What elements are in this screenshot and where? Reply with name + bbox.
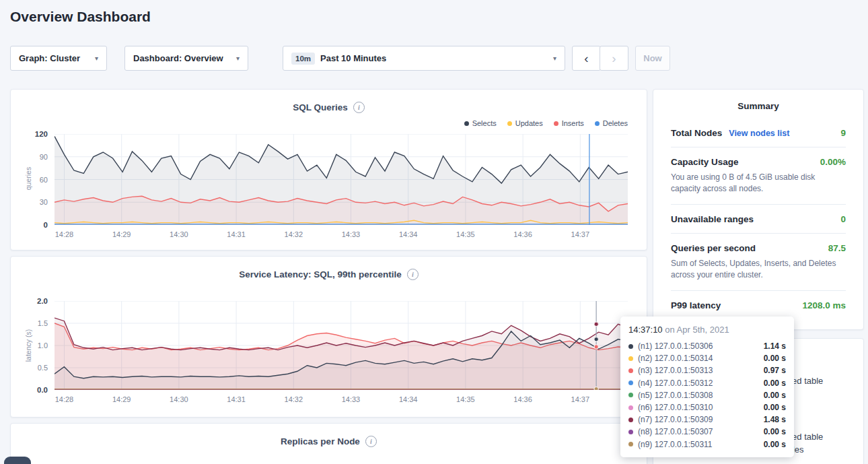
summary-panel: Summary Total NodesView nodes list9Capac… <box>653 89 864 330</box>
chart-title-row: Replicas per Node i <box>11 436 647 447</box>
series-dot-icon <box>595 121 600 126</box>
x-tick-label: 14:29 <box>107 230 137 238</box>
series-dot-icon <box>628 405 633 410</box>
y-tick-label: 60 <box>11 176 48 184</box>
dashboard-value: Overview <box>184 53 223 63</box>
graph-dropdown[interactable]: Graph: Cluster ▾ <box>10 46 107 71</box>
tooltip-node-label: (n3) 127.0.0.1:50313 <box>638 366 713 375</box>
tooltip-node-value: 1.14 s <box>764 341 786 351</box>
info-icon[interactable]: i <box>353 102 365 113</box>
x-tick-label: 14:36 <box>508 395 538 403</box>
summary-label: Capacity Usage <box>671 157 739 167</box>
y-tick-label: 1.0 <box>11 341 48 350</box>
summary-value: 87.5 <box>828 243 846 253</box>
series-dot-icon <box>628 418 633 422</box>
tooltip-node-value: 0.97 s <box>764 366 786 375</box>
time-range-dropdown[interactable]: 10m Past 10 Minutes ▾ <box>283 46 565 71</box>
summary-subtext: You are using 0 B of 4.5 GiB usable disk… <box>671 172 846 195</box>
x-tick-label: 14:37 <box>565 230 595 238</box>
legend-item[interactable]: Inserts <box>554 119 584 127</box>
tooltip-row: (n3) 127.0.0.1:503130.97 s <box>628 364 786 376</box>
y-tick-label: 30 <box>11 198 48 206</box>
summary-label: Queries per second <box>671 243 756 253</box>
graph-label: Graph: <box>19 53 48 63</box>
summary-value: 0 <box>840 214 846 224</box>
tooltip-node-value: 0.00 s <box>764 391 786 400</box>
summary-row: Capacity Usage0.00%You are using 0 B of … <box>671 147 846 205</box>
series-dot-icon <box>628 430 633 434</box>
chart-plot[interactable] <box>55 134 628 225</box>
tooltip-rows: (n1) 127.0.0.1:503061.14 s(n2) 127.0.0.1… <box>628 340 786 451</box>
tooltip-row: (n7) 127.0.0.1:503091.48 s <box>628 413 786 426</box>
x-tick-label: 14:30 <box>164 395 194 403</box>
chevron-right-icon: › <box>612 51 616 66</box>
x-tick-label: 14:35 <box>451 230 480 238</box>
legend-item[interactable]: Deletes <box>595 119 628 127</box>
view-nodes-link[interactable]: View nodes list <box>729 129 789 138</box>
summary-row: Total NodesView nodes list9 <box>671 119 846 147</box>
series-dot-icon <box>628 344 633 349</box>
y-tick-label: 90 <box>11 153 48 161</box>
chevron-down-icon: ▾ <box>95 55 98 62</box>
series-dot-icon <box>628 393 633 397</box>
summary-row: Unavailable ranges0 <box>671 205 846 234</box>
dashboard-dropdown[interactable]: Dashboard: Overview ▾ <box>124 46 248 71</box>
summary-title: Summary <box>653 90 863 119</box>
y-tick-label: 1.5 <box>11 319 48 327</box>
chart-title-row: SQL Queries i <box>11 102 647 113</box>
now-button: Now <box>635 46 670 71</box>
time-prev-button[interactable]: ‹ <box>572 46 601 71</box>
x-tick-label: 14:32 <box>279 395 308 403</box>
chart-title-row: Service Latency: SQL, 99th percentile i <box>11 269 647 280</box>
info-icon[interactable]: i <box>407 269 419 280</box>
chevron-down-icon: ▾ <box>236 55 240 62</box>
chart-plot[interactable] <box>55 301 628 390</box>
time-range-label: Past 10 Minutes <box>320 53 386 63</box>
summary-value: 0.00% <box>820 157 846 167</box>
chart-title: Replicas per Node <box>281 436 360 446</box>
x-tick-label: 14:32 <box>279 230 308 238</box>
page-title: Overview Dashboard <box>10 9 151 25</box>
x-tick-label: 14:36 <box>508 230 538 238</box>
tooltip-timestamp: 14:37:10 on Apr 5th, 2021 <box>628 325 786 335</box>
tooltip-row: (n4) 127.0.0.1:503120.00 s <box>628 377 786 389</box>
tooltip-row: (n5) 127.0.0.1:503080.00 s <box>628 389 786 401</box>
graph-value: Cluster <box>50 53 80 63</box>
summary-row: Queries per second87.5Sum of Selects, Up… <box>671 234 846 291</box>
series-dot-icon <box>628 368 633 373</box>
now-button-label: Now <box>643 53 661 63</box>
legend-item[interactable]: Updates <box>507 119 543 127</box>
tooltip-node-value: 1.48 s <box>764 415 786 424</box>
tooltip-row: (n8) 127.0.0.1:503070.00 s <box>628 426 786 438</box>
tooltip-row: (n6) 127.0.0.1:503100.00 s <box>628 401 786 413</box>
series-dot-icon <box>507 121 512 126</box>
chevron-down-icon: ▾ <box>553 55 556 62</box>
summary-subtext: Sum of Selects, Updates, Inserts, and De… <box>671 258 846 281</box>
summary-label: Total Nodes <box>671 128 722 138</box>
tooltip-node-value: 0.00 s <box>764 354 786 363</box>
chat-widget[interactable] <box>4 457 31 464</box>
tooltip-time: 14:37:10 <box>628 325 663 335</box>
summary-rows: Total NodesView nodes list9Capacity Usag… <box>671 119 846 319</box>
summary-value: 9 <box>840 128 846 138</box>
info-icon[interactable]: i <box>365 436 377 447</box>
x-tick-label: 14:33 <box>336 395 365 403</box>
dashboard-dropdown-label: Dashboard: Overview <box>133 53 223 63</box>
series-dot-icon <box>628 442 633 446</box>
sql-queries-chart-area: SQL Queries i SelectsUpdatesInsertsDelet… <box>11 90 647 250</box>
x-tick-label: 14:29 <box>107 395 137 403</box>
summary-label: P99 latency <box>671 300 721 310</box>
tooltip-node-label: (n1) 127.0.0.1:50306 <box>638 341 713 351</box>
legend-label: Updates <box>515 119 543 127</box>
series-dot-icon <box>554 121 558 126</box>
legend-item[interactable]: Selects <box>464 119 497 127</box>
sql-queries-chart-card: SQL Queries i SelectsUpdatesInsertsDelet… <box>10 89 647 251</box>
summary-row: P99 latency1208.0 ms <box>671 291 846 319</box>
replicas-chart-card: Replicas per Node i <box>10 423 647 464</box>
x-tick-label: 14:28 <box>49 395 79 403</box>
x-tick-label: 14:34 <box>394 395 423 403</box>
service-latency-chart-area: Service Latency: SQL, 99th percentile i … <box>11 257 647 417</box>
y-tick-label: 0.0 <box>11 386 48 394</box>
tooltip-node-value: 0.00 s <box>764 378 786 388</box>
graph-dropdown-label: Graph: Cluster <box>19 53 80 63</box>
